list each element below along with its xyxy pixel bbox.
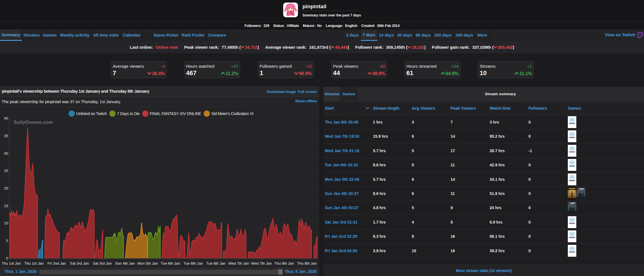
svg-text:7: 7 (568, 202, 570, 205)
svg-text:7: 7 (577, 188, 579, 191)
